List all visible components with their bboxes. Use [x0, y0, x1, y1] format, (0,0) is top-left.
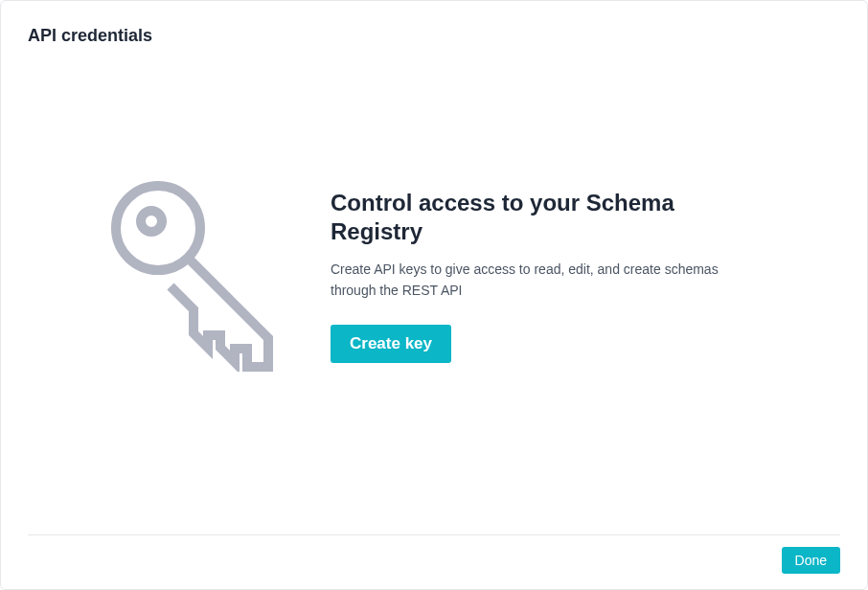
create-key-button[interactable]: Create key — [331, 325, 451, 363]
main-description: Create API keys to give access to read, … — [331, 260, 762, 301]
api-credentials-card: API credentials Control access to your S… — [0, 0, 868, 590]
main-heading: Control access to your Schema Registry — [331, 189, 762, 246]
text-block: Control access to your Schema Registry C… — [331, 189, 762, 362]
content-area: Control access to your Schema Registry C… — [28, 65, 840, 534]
done-button[interactable]: Done — [782, 547, 840, 574]
svg-point-1 — [141, 211, 162, 232]
card-footer: Done — [28, 534, 840, 574]
section-title: API credentials — [28, 26, 840, 46]
key-icon — [101, 180, 292, 372]
